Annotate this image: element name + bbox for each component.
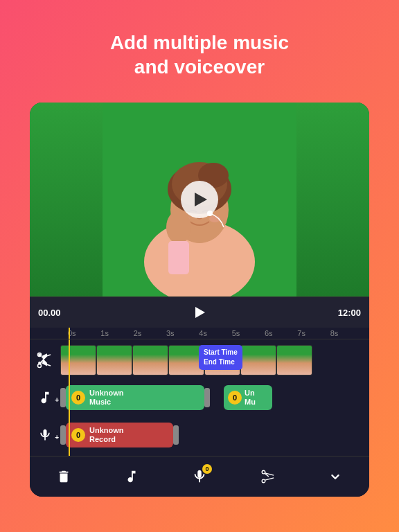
ruler-6s: 6s: [264, 329, 296, 337]
start-end-tooltip: Start Time End Time: [199, 345, 242, 370]
rec-left-handle[interactable]: [60, 425, 66, 445]
right-handle[interactable]: [204, 388, 210, 407]
scissors-tool-icon: [260, 469, 275, 484]
music-segment-main[interactable]: 0 Unknown Music: [66, 385, 204, 410]
svg-point-17: [262, 470, 265, 474]
record-track-content: 0 Unknown Record: [60, 420, 369, 450]
music-track-segments: 0 Unknown Music 0 Un: [60, 385, 369, 410]
app-card: 00.00 12:00 0s 1s 2s 3s 4s 5s 6s 7s 8s: [30, 103, 369, 497]
music-badge-2: 0: [228, 391, 242, 405]
music-label-1: Unknown: [89, 389, 124, 397]
timeline-bar: 00.00 12:00: [30, 296, 369, 328]
mic-button[interactable]: 0: [184, 463, 215, 490]
music-track-row: + 0 Unknown Music: [30, 380, 369, 416]
mic-badge-val: 0: [205, 466, 209, 472]
rec-right-handle[interactable]: [173, 425, 179, 445]
thumb-3: [132, 345, 168, 375]
chevron-button[interactable]: [320, 463, 351, 490]
left-handle[interactable]: [60, 388, 66, 407]
ruler-marks: 0s 1s 2s 3s 4s 5s 6s 7s 8s: [37, 329, 362, 337]
record-label-2: Record: [89, 435, 116, 443]
trash-icon: [56, 469, 71, 484]
start-time: 00.00: [38, 308, 61, 318]
svg-point-14: [38, 364, 42, 368]
timeline-play-icon: [195, 307, 205, 318]
svg-rect-12: [168, 241, 189, 274]
scissors-button[interactable]: [252, 463, 283, 490]
record-track-row: + 0 Unknown Record: [30, 417, 369, 453]
header-line1: Add multiple music: [110, 32, 289, 53]
ruler-1s: 1s: [100, 329, 132, 337]
timeline-play-btn[interactable]: [190, 303, 209, 322]
tooltip-line2: End Time: [204, 358, 235, 366]
tracks-container: Start Time End Time + 0: [30, 339, 369, 456]
tooltip-line1: Start Time: [204, 348, 238, 356]
music-icon: [124, 469, 139, 484]
thumb-7: [276, 345, 312, 375]
music-un: Un: [245, 389, 255, 397]
thumb-1: [60, 345, 96, 375]
delete-button[interactable]: [48, 463, 79, 490]
mic-badge: 0: [202, 464, 212, 474]
record-segment-main[interactable]: 0 Unknown Record: [66, 423, 173, 447]
play-icon: [195, 193, 207, 206]
end-time: 12:00: [338, 308, 361, 318]
music-segment-second[interactable]: 0 Un Mu: [224, 385, 272, 410]
svg-line-20: [265, 478, 274, 480]
record-segment-label: Unknown Record: [89, 426, 124, 444]
scissors-icon: [37, 352, 53, 369]
chevron-down-icon: [328, 469, 343, 484]
microphone-icon: [38, 427, 52, 443]
header-title: Add multiple music and voiceover: [82, 15, 317, 91]
video-track-row: Start Time End Time: [30, 342, 369, 378]
record-add-icon: +: [55, 434, 59, 441]
music-badge-num: 0: [76, 393, 80, 402]
ruler-0s: 0s: [67, 329, 100, 337]
music-label-2: Music: [89, 398, 111, 406]
record-badge-num: 0: [76, 431, 80, 439]
thumb-2: [96, 345, 132, 375]
record-track-icon: +: [30, 427, 60, 443]
ruler-2s: 2s: [133, 329, 166, 337]
svg-point-18: [262, 479, 265, 483]
ruler-playhead: [69, 328, 70, 339]
video-track-content: Start Time End Time: [60, 345, 369, 375]
ruler-3s: 3s: [166, 329, 198, 337]
ruler-5s: 5s: [231, 329, 264, 337]
music-badge-num-2: 0: [233, 393, 237, 402]
header: Add multiple music and voiceover: [55, 0, 344, 103]
music-segment-label: Unknown Music: [89, 389, 124, 407]
header-line2: and voiceover: [134, 56, 265, 78]
music-mu: Mu: [245, 398, 256, 406]
video-preview[interactable]: [30, 103, 369, 296]
music-label-short: Un Mu: [245, 389, 256, 407]
svg-point-10: [166, 211, 191, 244]
music-note-icon: [37, 390, 53, 405]
ruler-8s: 8s: [330, 329, 362, 337]
music-add-icon: +: [55, 396, 59, 404]
record-track-segments: 0 Unknown Record: [60, 423, 369, 447]
ruler-7s: 7s: [296, 329, 329, 337]
music-badge: 0: [71, 391, 85, 405]
ruler: 0s 1s 2s 3s 4s 5s 6s 7s 8s: [30, 328, 369, 339]
video-track-icon: [30, 352, 60, 369]
music-track-icon: +: [30, 390, 60, 405]
record-label-1: Unknown: [89, 426, 124, 434]
music-track-content: 0 Unknown Music 0 Un: [60, 382, 369, 413]
bottom-toolbar: 0: [30, 456, 369, 497]
thumb-6: [240, 345, 276, 375]
music-button[interactable]: [116, 463, 147, 490]
ruler-4s: 4s: [198, 329, 231, 337]
play-button[interactable]: [181, 181, 218, 218]
record-badge: 0: [71, 428, 85, 442]
